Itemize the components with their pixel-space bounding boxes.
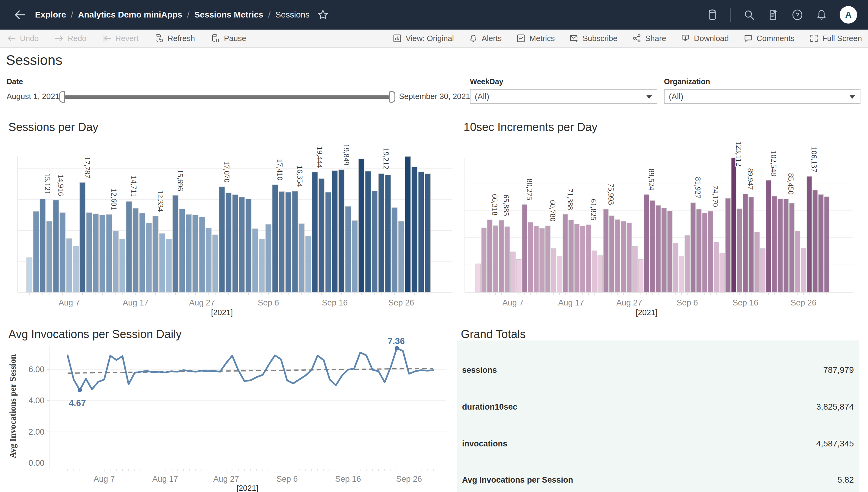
bar[interactable] bbox=[813, 190, 818, 292]
back-arrow-icon[interactable] bbox=[13, 8, 27, 21]
bar[interactable] bbox=[633, 246, 638, 292]
bar[interactable] bbox=[159, 233, 165, 292]
bar[interactable] bbox=[286, 192, 291, 292]
bar[interactable] bbox=[418, 172, 424, 292]
avg-invocations-chart[interactable]: 0.002.004.006.00Avg Invocations per Sess… bbox=[5, 343, 458, 492]
bar[interactable] bbox=[120, 239, 125, 292]
bar[interactable] bbox=[312, 172, 318, 292]
pause-button[interactable]: Pause bbox=[210, 33, 246, 43]
bar[interactable] bbox=[392, 208, 397, 292]
bar[interactable] bbox=[545, 226, 550, 292]
bar[interactable] bbox=[662, 208, 666, 292]
bar[interactable] bbox=[656, 205, 661, 292]
bar[interactable] bbox=[206, 228, 212, 292]
bar[interactable] bbox=[807, 176, 812, 292]
annotation-marker[interactable] bbox=[395, 346, 399, 350]
totals-row[interactable]: duration10sec3,825,874 bbox=[462, 401, 854, 413]
bar[interactable] bbox=[784, 199, 788, 292]
bar[interactable] bbox=[511, 252, 516, 292]
bar[interactable] bbox=[586, 225, 591, 292]
bar[interactable] bbox=[749, 197, 753, 292]
bar[interactable] bbox=[405, 156, 411, 292]
bar[interactable] bbox=[476, 264, 480, 292]
bar[interactable] bbox=[621, 221, 626, 292]
bar[interactable] bbox=[737, 208, 742, 292]
bar[interactable] bbox=[106, 214, 112, 292]
bar[interactable] bbox=[246, 199, 251, 292]
comments-button[interactable]: Comments bbox=[743, 33, 795, 43]
bar[interactable] bbox=[80, 182, 85, 292]
help-icon[interactable]: ? bbox=[791, 9, 803, 21]
bar[interactable] bbox=[146, 223, 152, 292]
bar[interactable] bbox=[33, 211, 39, 292]
bar[interactable] bbox=[691, 203, 695, 292]
bar[interactable] bbox=[226, 193, 231, 292]
metrics-button[interactable]: Metrics bbox=[516, 33, 555, 43]
bar[interactable] bbox=[60, 213, 66, 292]
breadcrumb-item[interactable]: Explore bbox=[35, 10, 66, 20]
share-button[interactable]: Share bbox=[632, 33, 666, 43]
user-avatar[interactable]: A bbox=[840, 6, 857, 24]
bar[interactable] bbox=[481, 228, 486, 292]
bar[interactable] bbox=[113, 231, 119, 292]
bar[interactable] bbox=[667, 211, 672, 292]
bar[interactable] bbox=[731, 158, 736, 292]
bar[interactable] bbox=[824, 197, 829, 292]
bar[interactable] bbox=[67, 239, 72, 292]
breadcrumb-item[interactable]: Sessions Metrics bbox=[194, 10, 264, 20]
bar[interactable] bbox=[358, 159, 364, 292]
revert-button[interactable]: Revert bbox=[102, 33, 139, 43]
bar[interactable] bbox=[352, 221, 358, 292]
bar[interactable] bbox=[73, 246, 79, 292]
bar[interactable] bbox=[592, 251, 597, 292]
bar[interactable] bbox=[598, 256, 602, 292]
bar[interactable] bbox=[193, 215, 198, 292]
bar[interactable] bbox=[528, 222, 533, 292]
bar[interactable] bbox=[505, 227, 510, 292]
bar[interactable] bbox=[186, 214, 192, 292]
date-slider-left-handle[interactable] bbox=[59, 91, 65, 103]
bar[interactable] bbox=[679, 256, 684, 292]
date-range-slider[interactable] bbox=[64, 95, 390, 99]
bar[interactable] bbox=[551, 248, 556, 292]
bar[interactable] bbox=[673, 243, 678, 292]
bar[interactable] bbox=[86, 213, 92, 292]
bar[interactable] bbox=[153, 216, 158, 292]
bar[interactable] bbox=[173, 195, 178, 292]
bar[interactable] bbox=[126, 201, 132, 292]
redo-button[interactable]: Redo bbox=[54, 33, 86, 43]
breadcrumb-item[interactable]: Analytics Demo miniApps bbox=[78, 10, 182, 20]
bar[interactable] bbox=[332, 171, 338, 292]
bar[interactable] bbox=[299, 224, 304, 292]
bar[interactable] bbox=[213, 235, 218, 292]
bar[interactable] bbox=[604, 209, 609, 292]
bar[interactable] bbox=[563, 214, 568, 292]
whats-new-icon[interactable] bbox=[767, 9, 779, 21]
bar[interactable] bbox=[292, 191, 298, 292]
bar[interactable] bbox=[778, 199, 783, 292]
bar[interactable] bbox=[795, 231, 800, 292]
bar[interactable] bbox=[650, 200, 655, 292]
bar[interactable] bbox=[540, 228, 544, 292]
bar[interactable] bbox=[199, 217, 205, 292]
bar[interactable] bbox=[638, 260, 643, 292]
bar[interactable] bbox=[627, 223, 632, 292]
view-original-button[interactable]: View: Original bbox=[392, 33, 454, 43]
bar[interactable] bbox=[499, 220, 504, 292]
bar[interactable] bbox=[534, 226, 539, 292]
sessions-per-day-chart[interactable]: 15,12114,91617,78712,60114,71112,33415,6… bbox=[5, 140, 458, 318]
bar[interactable] bbox=[140, 213, 145, 292]
increments-per-day-chart[interactable]: 66,31865,88580,27560,78071,38861,82575,9… bbox=[461, 140, 865, 318]
bar[interactable] bbox=[790, 203, 794, 292]
bar[interactable] bbox=[345, 206, 351, 292]
download-button[interactable]: Download bbox=[680, 33, 729, 43]
bar[interactable] bbox=[259, 239, 265, 292]
bar[interactable] bbox=[372, 191, 377, 292]
bar[interactable] bbox=[743, 194, 748, 292]
bar[interactable] bbox=[615, 220, 620, 292]
bar[interactable] bbox=[772, 196, 777, 292]
bar[interactable] bbox=[100, 215, 105, 292]
bar[interactable] bbox=[702, 213, 707, 292]
alerts-button[interactable]: Alerts bbox=[468, 33, 502, 43]
notifications-bell-icon[interactable] bbox=[816, 9, 827, 21]
